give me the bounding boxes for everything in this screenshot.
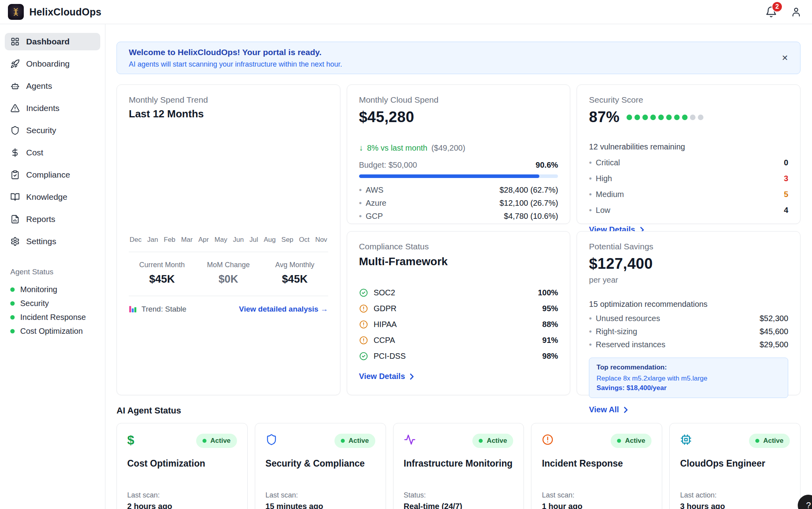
agent-stat-label: Last scan:	[542, 491, 652, 499]
user-menu-button[interactable]	[791, 6, 802, 17]
agent-card-title: Security & Compliance	[266, 458, 375, 469]
savings-name: Unused resources	[596, 314, 660, 323]
monthly-cloud-spend-card: Monthly Cloud Spend $45,280 ↓ 8% vs last…	[347, 84, 571, 224]
status-label: Active	[763, 437, 783, 445]
vulnerability-name: Low	[596, 206, 610, 215]
score-dot	[682, 115, 688, 120]
notifications-button[interactable]: 2	[765, 6, 777, 18]
framework-name: SOC2	[374, 288, 395, 297]
card-title: Monthly Spend Trend	[129, 95, 328, 105]
trend-stat: MoM Change $0K	[195, 261, 262, 285]
compliance-value: Multi-Framework	[359, 255, 558, 268]
stat-label: Current Month	[129, 261, 195, 269]
sidebar-item-label: Dashboard	[26, 37, 70, 46]
bullet: •	[589, 206, 592, 215]
agent-card-title: Cost Optimization	[127, 458, 237, 469]
green-status-dot	[10, 329, 15, 333]
budget-label: Budget: $50,000	[359, 161, 417, 170]
card-title: Compliance Status	[359, 242, 558, 251]
sidebar-item-compliance[interactable]: Compliance	[5, 166, 100, 184]
shield-icon	[266, 434, 277, 446]
vulnerability-count: 0	[784, 158, 788, 167]
bullet: •	[589, 314, 592, 323]
agent-card-cloudops-engineer: Active CloudOps Engineer Last action: 3 …	[669, 423, 801, 509]
agent-stat-value: 3 hours ago	[680, 502, 790, 509]
monthly-spend-trend-card: Monthly Spend Trend Last 12 Months Dec J…	[117, 84, 340, 395]
vulnerability-count: 3	[784, 174, 788, 183]
gear-icon	[10, 237, 20, 246]
sidebar-item-security[interactable]: Security	[5, 122, 100, 139]
savings-unit: per year	[589, 276, 788, 285]
recommendations-count: 15 optimization recommendations	[589, 300, 788, 309]
user-icon	[791, 6, 802, 17]
chevron-right-icon	[624, 406, 628, 413]
trend-stat: Current Month $45K	[129, 261, 195, 285]
framework-name: PCI-DSS	[374, 352, 406, 361]
sidebar-item-reports[interactable]: Reports	[5, 210, 100, 228]
framework-percent: 98%	[542, 352, 558, 361]
agent-card-title: Infrastructure Monitoring	[404, 458, 514, 469]
security-score-value: 87%	[589, 109, 619, 126]
status-label: Active	[487, 437, 507, 445]
helix-icon	[11, 7, 21, 17]
provider-name: GCP	[366, 212, 383, 221]
framework-name: HIPAA	[374, 320, 397, 329]
view-detailed-analysis-link[interactable]: View detailed analysis →	[239, 305, 328, 314]
sidebar-item-dashboard[interactable]: Dashboard	[5, 33, 100, 50]
sidebar-item-onboarding[interactable]: Onboarding	[5, 55, 100, 73]
green-status-dot	[341, 439, 345, 443]
green-status-dot	[10, 301, 15, 306]
bullet: •	[589, 174, 592, 183]
agent-stat-label: Status:	[404, 491, 514, 499]
sidebar-item-cost[interactable]: Cost	[5, 144, 100, 161]
green-status-dot	[479, 439, 483, 443]
app-header: HelixCloudOps 2	[0, 0, 812, 24]
agent-status-security: Security	[5, 297, 100, 310]
vulnerability-row: •Critical 0	[589, 155, 788, 170]
score-dot	[650, 115, 656, 120]
score-dot	[634, 115, 640, 120]
agent-card-cost-optimization: $ Active Cost Optimization Last scan: 2 …	[117, 423, 248, 509]
framework-percent: 100%	[538, 288, 558, 297]
potential-savings-card: Potential Savings $127,400 per year 15 o…	[577, 231, 801, 395]
status-badge: Active	[611, 434, 652, 448]
close-icon[interactable]: ✕	[781, 53, 788, 63]
sidebar: Dashboard Onboarding Agents	[0, 24, 105, 509]
dollar-icon	[10, 148, 20, 157]
top-recommendation-box: Top recommendation: Replace 8x m5.2xlarg…	[589, 358, 788, 398]
framework-row: GDPR 95%	[359, 300, 558, 316]
status-label: Active	[349, 437, 369, 445]
score-dot	[674, 115, 680, 120]
agent-stat-value: 1 hour ago	[542, 502, 652, 509]
status-label: Active	[625, 437, 645, 445]
compliance-status-card: Compliance Status Multi-Framework SOC2 1…	[347, 231, 571, 395]
welcome-banner: Welcome to HelixCloudOps! Your portal is…	[117, 42, 801, 74]
score-dot	[698, 115, 703, 120]
link-label: View All	[589, 405, 619, 414]
green-status-dot	[617, 439, 621, 443]
view-compliance-details-link[interactable]: View Details	[359, 372, 558, 381]
report-file-icon	[10, 214, 20, 224]
sidebar-item-settings[interactable]: Settings	[5, 233, 100, 250]
view-all-link[interactable]: View All	[589, 405, 788, 414]
card-title: Security Score	[589, 95, 788, 105]
bar-chart-icon	[129, 305, 137, 313]
clipboard-check-icon	[10, 170, 20, 180]
savings-name: Reserved instances	[596, 340, 665, 349]
score-dot	[627, 115, 632, 120]
month-label: Nov	[315, 236, 327, 244]
sidebar-item-knowledge[interactable]: Knowledge	[5, 188, 100, 206]
framework-name: GDPR	[374, 304, 397, 313]
sidebar-item-incidents[interactable]: Incidents	[5, 100, 100, 117]
agent-status-incident-response: Incident Response	[5, 310, 100, 324]
score-dot	[666, 115, 672, 120]
sidebar-item-agents[interactable]: Agents	[5, 77, 100, 95]
provider-row: •GCP $4,780 (10.6%)	[359, 210, 558, 223]
month-label: May	[214, 236, 227, 244]
vulnerability-name: High	[596, 174, 612, 183]
app-logo	[8, 4, 24, 20]
warning-triangle-icon	[10, 103, 20, 113]
app-title: HelixCloudOps	[29, 6, 101, 18]
agent-stat-label: Last scan:	[266, 491, 375, 499]
sidebar-item-label: Security	[26, 126, 56, 135]
